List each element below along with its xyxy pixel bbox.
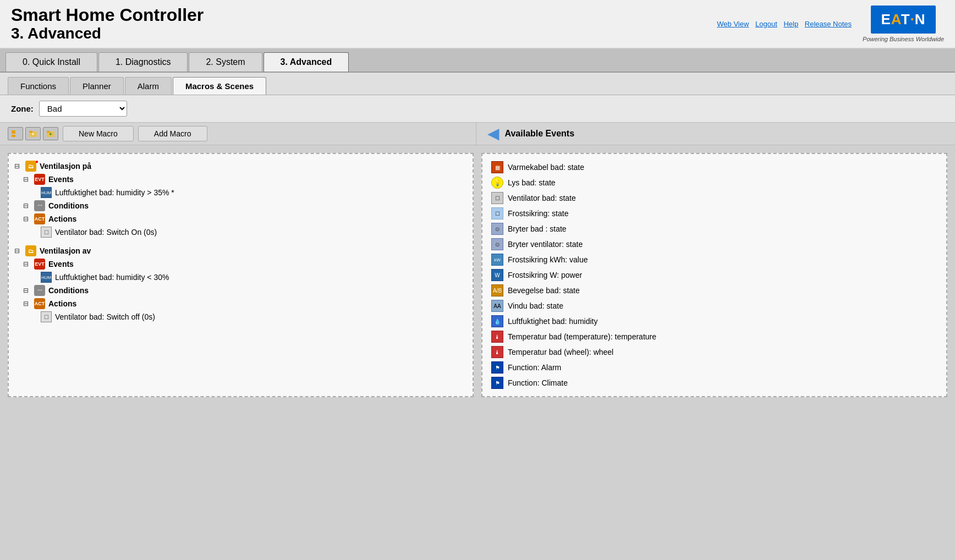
conditions-group-2[interactable]: ⊟ ⋯ Conditions	[23, 284, 467, 297]
add-folder-icon: +	[29, 129, 37, 138]
event-ae1[interactable]: ▦ Varmekabel bad: state	[488, 160, 941, 175]
tab-alarm[interactable]: Alarm	[125, 77, 172, 95]
svg-rect-1	[12, 135, 15, 137]
toggle-icon: ⊟	[23, 287, 31, 294]
event-name: Bryter bad : state	[508, 224, 567, 233]
bryter-ventilator-icon: ⊙	[491, 238, 503, 250]
event-name: Temperatur bad (temperature): temperatur…	[508, 332, 656, 341]
icon-btn-2[interactable]: +	[25, 127, 41, 140]
event-ae7[interactable]: kW Frostsikring kWh: value	[488, 252, 941, 267]
zone-select[interactable]: Bad Stue Kjøkken Soverom	[39, 101, 127, 117]
macro-ventilasjon-av[interactable]: ⊟ 🗂 Ventilasjon av	[14, 244, 467, 257]
toggle-icon: ⊟	[23, 215, 31, 223]
main-content: ⊟ 🗂 ● Ventilasjon på ⊟ EVT Events HUM Lu…	[0, 145, 955, 405]
event-name: Frostsikring W: power	[508, 271, 582, 279]
conditions-icon: ⋯	[34, 200, 45, 211]
expand-icon	[11, 129, 20, 138]
sub-tabs: Functions Planner Alarm Macros & Scenes	[0, 73, 955, 95]
events-panel: ▦ Varmekabel bad: state 💡 Lys bad: state…	[481, 153, 947, 397]
toggle-icon: ⊟	[23, 202, 31, 210]
add-macro-button[interactable]: Add Macro	[138, 126, 207, 141]
tab-quick-install[interactable]: 0. Quick Install	[6, 52, 97, 72]
event-ae8[interactable]: W Frostsikring W: power	[488, 267, 941, 283]
conditions-label: Conditions	[48, 286, 89, 295]
toggle-icon: ⊟	[23, 260, 31, 268]
event-name: Bryter ventilator: state	[508, 240, 583, 249]
conditions-label: Conditions	[48, 201, 89, 210]
action-item-name: Ventilator bad: Switch On (0s)	[55, 228, 157, 237]
humidity-icon: 💧	[491, 315, 503, 327]
zone-label: Zone:	[11, 104, 34, 113]
event-ae4[interactable]: ☐ Frostsikring: state	[488, 206, 941, 221]
temp-wheel-icon: 🌡	[491, 346, 503, 358]
motion-icon: A/B	[491, 284, 503, 297]
toggle-icon: ⊟	[23, 300, 31, 308]
conditions-group-1[interactable]: ⊟ ⋯ Conditions	[23, 199, 467, 212]
help-link[interactable]: Help	[783, 20, 798, 28]
event-ae10[interactable]: AA Vindu bad: state	[488, 298, 941, 314]
macro-ventilasjon-paa[interactable]: ⊟ 🗂 ● Ventilasjon på	[14, 160, 467, 173]
tab-diagnostics[interactable]: 1. Diagnostics	[98, 52, 188, 72]
event-item-icon: HUM	[41, 272, 52, 283]
eaton-logo: EAT·N	[871, 6, 935, 34]
svg-text:+: +	[31, 131, 34, 137]
action-item-2[interactable]: ☐ Ventilator bad: Switch off (0s)	[41, 310, 467, 323]
action-item-icon: ☐	[41, 311, 52, 322]
event-name: Bevegelse bad: state	[508, 286, 580, 295]
logout-link[interactable]: Logout	[755, 20, 777, 28]
toolbar-icons: + +	[8, 127, 58, 140]
tab-functions[interactable]: Functions	[8, 77, 69, 95]
event-name: Frostsikring: state	[508, 209, 568, 218]
icon-btn-3[interactable]: +	[43, 127, 58, 140]
svg-text:+: +	[49, 131, 52, 137]
macro-icon: 🗂 ●	[25, 161, 36, 172]
event-ae11[interactable]: 💧 Luftfuktighet bad: humidity	[488, 314, 941, 329]
event-ae15[interactable]: ⚑ Function: Climate	[488, 375, 941, 391]
tab-advanced[interactable]: 3. Advanced	[264, 52, 349, 72]
app-title-line1: Smart Home Controller	[11, 6, 204, 25]
actions-label: Actions	[48, 215, 76, 223]
new-macro-button[interactable]: New Macro	[63, 126, 134, 141]
event-ae5[interactable]: ⊙ Bryter bad : state	[488, 221, 941, 237]
events-label: Events	[48, 260, 74, 268]
nav-tabs-top: 0. Quick Install 1. Diagnostics 2. Syste…	[0, 49, 955, 73]
release-notes-link[interactable]: Release Notes	[805, 20, 852, 28]
icon-btn-1[interactable]	[8, 127, 23, 140]
event-ae12[interactable]: 🌡 Temperatur bad (temperature): temperat…	[488, 329, 941, 344]
web-view-link[interactable]: Web View	[717, 20, 749, 28]
tab-system[interactable]: 2. System	[189, 52, 262, 72]
event-ae3[interactable]: ☐ Ventilator bad: state	[488, 190, 941, 206]
event-item-name: Luftfuktighet bad: humidity > 35% *	[55, 188, 174, 197]
event-ae6[interactable]: ⊙ Bryter ventilator: state	[488, 237, 941, 252]
toolbar-row: + + New Macro Add Macro ◀ Available Even…	[0, 123, 955, 145]
events-icon: EVT	[34, 174, 45, 185]
event-item-1[interactable]: HUM Luftfuktighet bad: humidity > 35% *	[41, 186, 467, 199]
event-ae13[interactable]: 🌡 Temperatur bad (wheel): wheel	[488, 344, 941, 360]
tab-planner[interactable]: Planner	[70, 77, 124, 95]
actions-icon: ACT	[34, 213, 45, 224]
events-group-1[interactable]: ⊟ EVT Events	[23, 173, 467, 186]
ventilator-icon: ☐	[491, 192, 503, 204]
actions-group-1[interactable]: ⊟ ACT Actions	[23, 212, 467, 226]
event-name: Function: Climate	[508, 378, 568, 387]
event-name: Luftfuktighet bad: humidity	[508, 317, 597, 326]
actions-group-2[interactable]: ⊟ ACT Actions	[23, 297, 467, 310]
heater-icon: ▦	[491, 161, 503, 173]
event-ae14[interactable]: ⚑ Function: Alarm	[488, 360, 941, 375]
event-ae2[interactable]: 💡 Lys bad: state	[488, 175, 941, 190]
events-label: Events	[48, 175, 74, 184]
action-item-icon: ☐	[41, 227, 52, 238]
function-alarm-icon: ⚑	[491, 361, 503, 374]
event-item-2[interactable]: HUM Luftfuktighet bad: humidity < 30%	[41, 271, 467, 284]
event-item-icon: HUM	[41, 187, 52, 198]
toggle-icon: ⊟	[23, 175, 31, 183]
logo-subtitle: Powering Business Worldwide	[863, 36, 944, 42]
app-title-line2: 3. Advanced	[11, 25, 204, 42]
event-name: Ventilator bad: state	[508, 194, 576, 202]
macro-name: Ventilasjon av	[40, 246, 91, 255]
events-group-2[interactable]: ⊟ EVT Events	[23, 257, 467, 271]
event-name: Vindu bad: state	[508, 301, 563, 310]
tab-macros-scenes[interactable]: Macros & Scenes	[173, 77, 266, 95]
event-ae9[interactable]: A/B Bevegelse bad: state	[488, 283, 941, 298]
action-item-1[interactable]: ☐ Ventilator bad: Switch On (0s)	[41, 226, 467, 239]
